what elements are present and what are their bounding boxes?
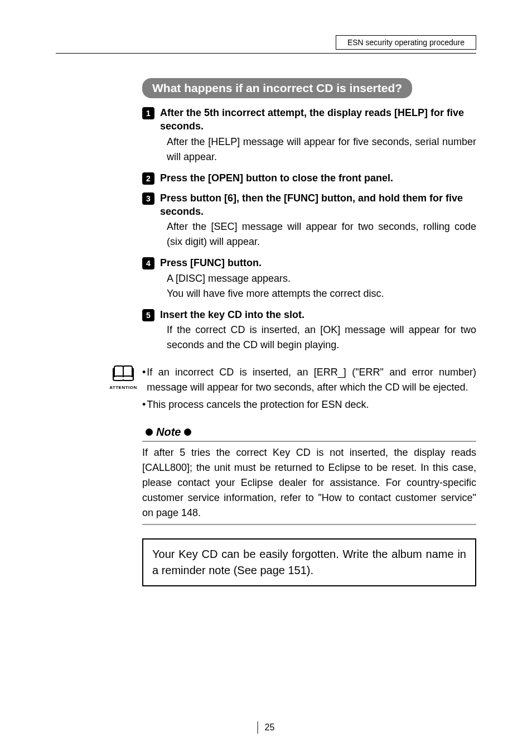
- header-divider: [56, 53, 476, 54]
- step-number-icon: 3: [142, 192, 154, 205]
- reminder-box: Your Key CD can be easily forgotten. Wri…: [142, 538, 476, 586]
- book-icon: [112, 365, 134, 382]
- step-body: After the 5th incorrect attempt, the dis…: [160, 106, 476, 165]
- note-divider-bottom: [142, 524, 476, 525]
- step-body: Press the [OPEN] button to close the fro…: [160, 171, 476, 185]
- note-circle-left-icon: [146, 428, 153, 436]
- step-title: After the 5th incorrect attempt, the dis…: [160, 106, 476, 133]
- bullet-dot-icon: •: [142, 397, 146, 412]
- step-number-icon: 1: [142, 107, 154, 119]
- step-title: Press button [6], then the [FUNC] button…: [160, 191, 476, 219]
- attention-label: ATTENTION: [109, 385, 138, 390]
- attention-bullet-text: If an incorrect CD is inserted, an [ERR_…: [147, 365, 476, 395]
- content-area: What happens if an incorrect CD is inser…: [142, 78, 476, 586]
- step-number-icon: 5: [142, 309, 154, 321]
- step-number-icon: 4: [142, 257, 154, 269]
- step-number-icon: 2: [142, 172, 154, 185]
- note-circle-right-icon: [184, 428, 191, 436]
- step-body: Press [FUNC] button. A [DISC] message ap…: [160, 256, 476, 301]
- attention-bullet-text: This process cancels the protection for …: [147, 397, 369, 412]
- section-title: What happens if an incorrect CD is inser…: [142, 78, 412, 98]
- attention-text: • If an incorrect CD is inserted, an [ER…: [142, 365, 476, 415]
- step-1: 1 After the 5th incorrect attempt, the d…: [142, 106, 476, 165]
- note-body: If after 5 tries the correct Key CD is n…: [142, 445, 476, 521]
- note-section: Note If after 5 tries the correct Key CD…: [142, 426, 476, 525]
- attention-bullet-2: • This process cancels the protection fo…: [142, 397, 476, 412]
- page-number: 25: [258, 721, 275, 734]
- step-3: 3 Press button [6], then the [FUNC] butt…: [142, 191, 476, 250]
- step-desc: A [DISC] message appears. You will have …: [167, 271, 476, 301]
- header-box-text: ESN security operating procedure: [347, 38, 465, 47]
- reminder-text: Your Key CD can be easily forgotten. Wri…: [152, 548, 466, 576]
- step-body: Press button [6], then the [FUNC] button…: [160, 191, 476, 250]
- step-body: Insert the key CD into the slot. If the …: [160, 308, 476, 353]
- step-title: Press the [OPEN] button to close the fro…: [160, 171, 476, 185]
- step-desc: After the [HELP] message will appear for…: [167, 134, 476, 165]
- step-desc: After the [SEC] message will appear for …: [167, 219, 476, 249]
- attention-bullet-1: • If an incorrect CD is inserted, an [ER…: [142, 365, 476, 395]
- step-5: 5 Insert the key CD into the slot. If th…: [142, 308, 476, 353]
- step-title: Press [FUNC] button.: [160, 256, 476, 269]
- bullet-dot-icon: •: [142, 365, 146, 395]
- note-header: Note: [142, 426, 476, 439]
- attention-icon: ATTENTION: [109, 365, 138, 390]
- step-title: Insert the key CD into the slot.: [160, 308, 476, 321]
- attention-block: ATTENTION • If an incorrect CD is insert…: [109, 365, 476, 415]
- note-label: Note: [156, 426, 181, 439]
- step-2: 2 Press the [OPEN] button to close the f…: [142, 171, 476, 185]
- step-4: 4 Press [FUNC] button. A [DISC] message …: [142, 256, 476, 301]
- step-desc: If the correct CD is inserted, an [OK] m…: [167, 322, 476, 353]
- note-divider-top: [142, 441, 476, 442]
- header-box: ESN security operating procedure: [336, 35, 476, 50]
